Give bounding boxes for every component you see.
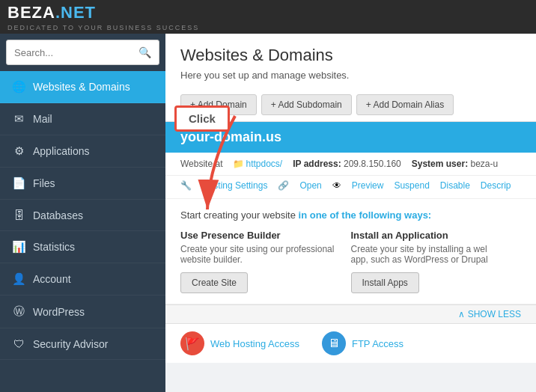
ftp-access-label: FTP Access xyxy=(352,338,403,349)
hosting-settings-link[interactable]: Hosting Settings xyxy=(202,180,267,191)
descrip-link[interactable]: Descrip xyxy=(481,180,511,191)
sidebar-item-label: Mail xyxy=(33,113,52,125)
websites-domains-icon: 🌐 xyxy=(12,80,25,94)
open-icon: 🔗 xyxy=(278,180,289,191)
web-hosting-label: Web Hosting Access xyxy=(210,338,299,349)
search-input[interactable] xyxy=(14,47,138,58)
bottom-links: 🚩 Web Hosting Access 🖥 FTP Access xyxy=(165,324,536,363)
hosting-icon: 🚩 xyxy=(180,331,204,355)
sidebar-item-wordpress[interactable]: Ⓦ WordPress xyxy=(0,295,165,328)
action-bar: + Add Domain + Add Subdomain + Add Domai… xyxy=(180,88,521,121)
sidebar-item-label: Databases xyxy=(33,209,83,221)
website-at-label: Website at xyxy=(180,159,222,169)
ftp-access-link[interactable]: 🖥 FTP Access xyxy=(322,331,403,355)
preview-icon: 👁 xyxy=(332,180,341,191)
main-layout: 🔍 🌐 Websites & Domains ✉ Mail ⚙ Applicat… xyxy=(0,34,536,392)
sidebar-item-files[interactable]: 📄 Files xyxy=(0,168,165,200)
security-advisor-icon: 🛡 xyxy=(12,337,25,350)
create-columns: Use Presence Builder Create your site us… xyxy=(180,230,521,293)
folder-icon: 📁 xyxy=(233,159,244,169)
httpdocs-link[interactable]: 📁httpdocs/ xyxy=(233,159,282,169)
page-description: Here you set up and manage websites. xyxy=(180,70,521,81)
install-app-title: Install an Application xyxy=(351,230,507,241)
top-bar: BEZA.NET DEDICATED TO YOUR BUSINESS SUCC… xyxy=(0,0,536,34)
ftp-icon: 🖥 xyxy=(322,331,346,355)
sidebar-item-label: Statistics xyxy=(33,241,75,253)
preview-link[interactable]: Preview xyxy=(352,180,384,191)
search-container[interactable]: 🔍 xyxy=(6,40,159,65)
install-apps-button[interactable]: Install Apps xyxy=(351,272,419,293)
install-app-desc: Create your site by installing a wel app… xyxy=(351,244,507,265)
sidebar-item-applications[interactable]: ⚙ Applications xyxy=(0,135,165,168)
sidebar-item-statistics[interactable]: 📊 Statistics xyxy=(0,231,165,263)
domain-links: 🔧Hosting Settings 🔗Open 👁Preview Suspend… xyxy=(165,176,536,199)
sidebar-item-label: Applications xyxy=(33,145,90,157)
click-button[interactable]: Click xyxy=(174,105,230,132)
install-app-col: Install an Application Create your site … xyxy=(351,230,522,293)
sidebar-item-label: Account xyxy=(33,273,71,285)
suspend-link[interactable]: Suspend xyxy=(394,180,429,191)
sidebar: 🔍 🌐 Websites & Domains ✉ Mail ⚙ Applicat… xyxy=(0,34,165,392)
logo-tagline: DEDICATED TO YOUR BUSINESS SUCCESS xyxy=(7,24,199,31)
show-less-bar[interactable]: ∧ SHOW LESS xyxy=(165,304,536,324)
add-domain-alias-button[interactable]: + Add Domain Alias xyxy=(356,94,454,115)
mail-icon: ✉ xyxy=(12,112,25,126)
sidebar-item-label: WordPress xyxy=(33,306,85,318)
create-site-button[interactable]: Create Site xyxy=(180,272,248,293)
sidebar-item-account[interactable]: 👤 Account xyxy=(0,263,165,295)
account-icon: 👤 xyxy=(12,272,25,286)
sidebar-item-websites-domains[interactable]: 🌐 Websites & Domains xyxy=(0,71,165,103)
create-intro: Start creating your website in one of th… xyxy=(180,209,521,221)
web-hosting-link[interactable]: 🚩 Web Hosting Access xyxy=(180,331,299,355)
search-icon: 🔍 xyxy=(138,46,151,58)
sidebar-item-mail[interactable]: ✉ Mail xyxy=(0,103,165,135)
presence-builder-col: Use Presence Builder Create your site us… xyxy=(180,230,351,293)
applications-icon: ⚙ xyxy=(12,144,25,158)
databases-icon: 🗄 xyxy=(12,209,25,221)
logo-net: NET xyxy=(61,3,96,22)
content-area: Websites & Domains Here you set up and m… xyxy=(165,34,536,392)
page-title: Websites & Domains xyxy=(180,46,521,65)
statistics-icon: 📊 xyxy=(12,240,25,254)
open-link[interactable]: Open xyxy=(299,180,321,191)
create-section: Start creating your website in one of th… xyxy=(165,199,536,304)
logo-beza: BEZA xyxy=(7,3,55,22)
add-subdomain-button[interactable]: + Add Subdomain xyxy=(261,94,352,115)
system-user-label: System user: beza-u xyxy=(412,159,498,169)
sidebar-item-databases[interactable]: 🗄 Databases xyxy=(0,200,165,231)
sidebar-item-security-advisor[interactable]: 🛡 Security Advisor xyxy=(0,328,165,360)
files-icon: 📄 xyxy=(12,177,25,190)
hosting-settings-icon: 🔧 xyxy=(180,180,192,191)
domain-name: your-domain.us xyxy=(180,129,281,144)
logo-dot: . xyxy=(55,3,61,22)
logo: BEZA.NET xyxy=(7,3,199,22)
presence-builder-title: Use Presence Builder xyxy=(180,230,336,241)
sidebar-item-label: Files xyxy=(33,177,55,189)
wordpress-icon: Ⓦ xyxy=(12,304,25,319)
sidebar-item-label: Websites & Domains xyxy=(33,81,130,93)
disable-link[interactable]: Disable xyxy=(440,180,470,191)
domain-info: Website at 📁httpdocs/ IP address: 209.8.… xyxy=(165,153,536,176)
presence-builder-desc: Create your site using our professional … xyxy=(180,244,336,265)
click-overlay: Click xyxy=(174,105,230,132)
sidebar-item-label: Security Advisor xyxy=(33,338,108,350)
ip-label: IP address: 209.8.150.160 xyxy=(293,159,401,169)
